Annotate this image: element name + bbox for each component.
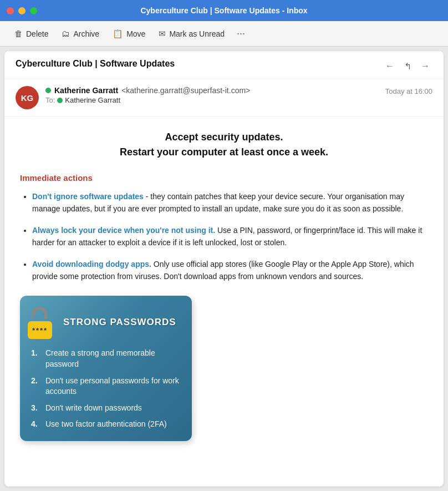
- to-label: To:: [45, 96, 55, 104]
- card-top: **** STRONG PASSWORDS: [20, 296, 192, 345]
- mark-unread-button[interactable]: ✉ Mark as Unread: [153, 26, 230, 42]
- lock-body: ****: [28, 321, 52, 339]
- move-label: Move: [126, 29, 145, 38]
- close-button[interactable]: [7, 7, 14, 14]
- archive-label: Archive: [73, 29, 99, 38]
- list-item: Don't write down passwords: [31, 403, 181, 414]
- list-item: Create a strong and memorable password: [31, 348, 181, 369]
- back-all-button[interactable]: ↰: [400, 59, 415, 73]
- email-body: Accept security updates. Restart your co…: [4, 117, 444, 454]
- lock-stars: ****: [32, 326, 48, 335]
- back-button[interactable]: ←: [383, 59, 397, 73]
- to-name-text: Katherine Garratt: [65, 96, 120, 104]
- bullet1-link: Don't ignore software updates: [32, 192, 144, 201]
- delete-label: Delete: [26, 29, 48, 38]
- card-item4: Use two factor authentication (2FA): [45, 419, 167, 430]
- archive-button[interactable]: 🗂 Archive: [56, 26, 105, 41]
- online-indicator: [45, 88, 51, 93]
- sender-info: Katherine Garratt <katherine.garratt@sup…: [45, 86, 379, 104]
- minimize-button[interactable]: [18, 7, 26, 14]
- sender-name-row: Katherine Garratt <katherine.garratt@sup…: [45, 86, 379, 95]
- maximize-button[interactable]: [30, 7, 37, 14]
- bullet-list: Don't ignore software updates - they con…: [20, 190, 428, 282]
- email-container: Cyberculture Club | Software Updates ← ↰…: [4, 51, 444, 487]
- more-icon: ···: [237, 28, 245, 39]
- list-item: Always lock your device when you're not …: [32, 224, 428, 249]
- toolbar: 🗑 Delete 🗂 Archive 📋 Move ✉ Mark as Unre…: [0, 21, 448, 47]
- list-item: Don't ignore software updates - they con…: [32, 190, 428, 215]
- card-title: STRONG PASSWORDS: [63, 317, 176, 328]
- card-body: Create a strong and memorable password D…: [20, 345, 192, 441]
- list-item: Don't use personal passwords for work ac…: [31, 376, 181, 397]
- email-timestamp: Today at 16:00: [385, 87, 432, 95]
- email-navigation: ← ↰ →: [383, 59, 432, 73]
- section-title: Immediate actions: [20, 173, 428, 183]
- to-row: To: Katherine Garratt: [45, 96, 379, 104]
- bullet2-link: Always lock your device when you're not …: [32, 226, 215, 235]
- password-card: **** STRONG PASSWORDS Create a strong an…: [20, 296, 192, 441]
- headline-line2: Restart your computer at least once a we…: [20, 145, 428, 160]
- archive-icon: 🗂: [62, 29, 70, 38]
- mark-unread-label: Mark as Unread: [169, 29, 225, 38]
- back-icon: ←: [385, 61, 394, 71]
- to-name: Katherine Garratt: [57, 96, 120, 104]
- sender-email: <katherine.garratt@superfast-it.com>: [121, 86, 250, 95]
- move-button[interactable]: 📋 Move: [107, 26, 151, 42]
- mark-unread-icon: ✉: [159, 29, 166, 39]
- email-subject: Cyberculture Club | Software Updates: [16, 59, 175, 69]
- lock-shackle: [32, 307, 47, 319]
- card-item3: Don't write down passwords: [45, 403, 142, 414]
- list-item: Use two factor authentication (2FA): [31, 419, 181, 430]
- bullet3-link: Avoid downloading dodgy apps.: [32, 260, 151, 269]
- forward-button[interactable]: →: [418, 59, 432, 73]
- email-header: Cyberculture Club | Software Updates ← ↰…: [4, 51, 444, 79]
- title-bar: Cyberculture Club | Software Updates - I…: [0, 0, 448, 21]
- to-online-indicator: [57, 98, 63, 103]
- avatar: KG: [16, 86, 39, 109]
- headline-line1: Accept security updates.: [20, 130, 428, 145]
- list-item: Avoid downloading dodgy apps. Only use o…: [32, 258, 428, 283]
- card-item1: Create a strong and memorable password: [45, 348, 181, 369]
- email-headline: Accept security updates. Restart your co…: [20, 130, 428, 160]
- trash-icon: 🗑: [14, 29, 23, 38]
- card-item2: Don't use personal passwords for work ac…: [45, 376, 181, 397]
- move-icon: 📋: [113, 29, 123, 39]
- back-all-icon: ↰: [404, 61, 411, 72]
- card-list: Create a strong and memorable password D…: [31, 348, 181, 430]
- sender-name: Katherine Garratt: [54, 86, 118, 95]
- delete-button[interactable]: 🗑 Delete: [9, 26, 54, 41]
- forward-icon: →: [421, 61, 430, 71]
- traffic-lights: [7, 7, 37, 14]
- lock-icon: ****: [28, 306, 58, 339]
- sender-section: KG Katherine Garratt <katherine.garratt@…: [4, 79, 444, 117]
- window-title: Cyberculture Club | Software Updates - I…: [140, 6, 307, 15]
- more-actions-button[interactable]: ···: [232, 26, 250, 42]
